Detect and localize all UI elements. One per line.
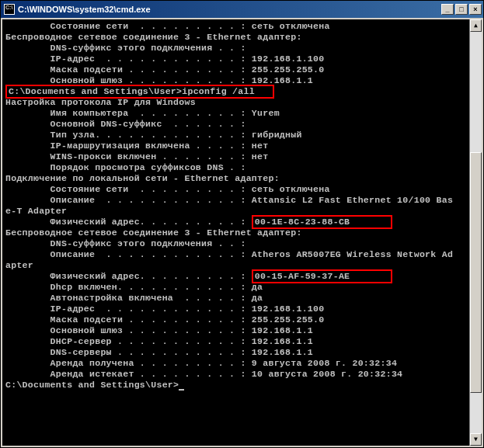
output-line: Порядок просмотра суффиксов DNS . :	[5, 162, 466, 173]
output-line: Маска подсети . . . . . . . . . . : 255.…	[5, 64, 466, 75]
console-output[interactable]: Состояние сети . . . . . . . . . : сеть …	[2, 19, 469, 446]
output-line: IP-адрес . . . . . . . . . . . . : 192.1…	[5, 54, 466, 64]
prompt-path: C:\Documents and Settings\User>	[9, 86, 182, 96]
output-line: Описание . . . . . . . . . . . . : Ather…	[5, 249, 466, 260]
output-line: DNS-суффикс этого подключения . . :	[5, 43, 466, 54]
prompt-path: C:\Documents and Settings\User>	[5, 380, 179, 390]
minimize-button[interactable]: _	[441, 4, 454, 15]
output-line: Dhcp включен. . . . . . . . . . . : да	[5, 282, 466, 293]
output-line: IP-маршрутизация включена . . . . : нет	[5, 141, 466, 151]
output-line: apter	[5, 260, 466, 271]
output-line: DHCP-сервер . . . . . . . . . . . : 192.…	[5, 336, 466, 347]
output-line: DNS-суффикс этого подключения . . :	[5, 238, 466, 249]
output-line: DNS-серверы . . . . . . . . . . . : 192.…	[5, 347, 466, 358]
titlebar[interactable]: C:\WINDOWS\system32\cmd.exe _ □ ×	[1, 1, 483, 18]
mac-label: Физический адрес. . . . . . . . . :	[5, 271, 252, 281]
cmd-icon	[4, 4, 15, 15]
mac-line: Физический адрес. . . . . . . . . : 00-1…	[5, 217, 466, 227]
window-title: C:\WINDOWS\system32\cmd.exe	[18, 5, 441, 14]
output-line: Имя компьютера . . . . . . . . . : Yurem	[5, 108, 466, 119]
output-line: Тип узла. . . . . . . . . . . . . : гибр…	[5, 130, 466, 141]
cmd-window: C:\WINDOWS\system32\cmd.exe _ □ × Состоя…	[0, 0, 484, 448]
output-line: Настройка протокола IP для Windows	[5, 97, 466, 108]
output-line: Беспроводное сетевое соединение 3 - Ethe…	[5, 32, 466, 43]
prompt-line: C:\Documents and Settings\User>	[5, 380, 466, 391]
scroll-up-button[interactable]: ▲	[470, 19, 482, 32]
scroll-track[interactable]	[470, 32, 482, 433]
output-line: Описание . . . . . . . . . . . . : Attan…	[5, 195, 466, 206]
command-text: ipconfig /all	[182, 86, 255, 96]
close-button[interactable]: ×	[469, 4, 482, 15]
output-line: Состояние сети . . . . . . . . . : сеть …	[5, 21, 466, 32]
scroll-down-button[interactable]: ▼	[470, 433, 482, 446]
output-line: IP-адрес . . . . . . . . . . . . : 192.1…	[5, 304, 466, 314]
window-buttons: _ □ ×	[441, 4, 482, 15]
console-container: Состояние сети . . . . . . . . . : сеть …	[1, 18, 483, 447]
output-line: Основной шлюз . . . . . . . . . . : 192.…	[5, 325, 466, 336]
output-line: WINS-прокси включен . . . . . . . : нет	[5, 151, 466, 162]
output-line: Состояние сети . . . . . . . . . : сеть …	[5, 184, 466, 195]
maximize-button[interactable]: □	[455, 4, 468, 15]
output-line: Маска подсети . . . . . . . . . . : 255.…	[5, 314, 466, 325]
output-line: Подключение по локальной сети - Ethernet…	[5, 173, 466, 184]
highlight-mac-2: 00-15-AF-59-37-AE	[252, 269, 392, 283]
vertical-scrollbar[interactable]: ▲ ▼	[469, 19, 482, 446]
scroll-thumb[interactable]	[470, 152, 482, 393]
output-line: e-T Adapter	[5, 206, 466, 217]
mac-value: 00-1E-8C-23-88-CB	[255, 217, 350, 227]
output-line: Беспроводное сетевое соединение 3 - Ethe…	[5, 227, 466, 238]
mac-label: Физический адрес. . . . . . . . . :	[5, 217, 252, 227]
output-line: Автонастройка включена . . . . . : да	[5, 293, 466, 304]
cursor	[179, 389, 184, 391]
mac-line: Физический адрес. . . . . . . . . : 00-1…	[5, 271, 466, 282]
prompt-line: C:\Documents and Settings\User>ipconfig …	[5, 86, 466, 97]
output-line: Аренда получена . . . . . . . . . : 9 ав…	[5, 358, 466, 369]
output-line: Аренда истекает . . . . . . . . . : 10 а…	[5, 369, 466, 380]
output-line: Основной DNS-суффикс . . . . . . :	[5, 119, 466, 130]
mac-value: 00-15-AF-59-37-AE	[255, 271, 350, 281]
